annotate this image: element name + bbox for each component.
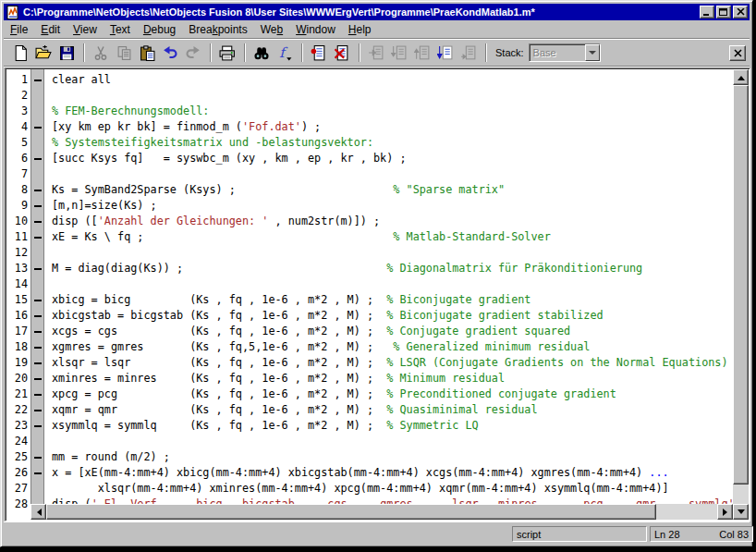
close-button[interactable]: [733, 6, 748, 18]
menu-item-view[interactable]: View: [67, 22, 104, 37]
code-line[interactable]: xcgs = cgs (Ks , fq , 1e-6 , m*2 , M) ; …: [52, 324, 733, 339]
breakpoint-cell[interactable]: [31, 386, 43, 402]
undo-button[interactable]: [159, 43, 181, 64]
cut-button[interactable]: [90, 43, 112, 64]
function-button[interactable]: f: [274, 43, 296, 64]
breakpoint-cell[interactable]: [31, 166, 43, 182]
code-line[interactable]: M = diag(diag(Ks)) ; % Diagonalmatrix fü…: [52, 261, 733, 276]
breakpoint-cell[interactable]: [31, 151, 43, 166]
scroll-right-button[interactable]: [717, 504, 733, 520]
step-button[interactable]: [365, 43, 387, 64]
breakpoint-cell[interactable]: [31, 72, 43, 88]
code-line[interactable]: [m,n]=size(Ks) ;: [52, 198, 733, 214]
breakpoint-cell[interactable]: [31, 497, 43, 504]
code-line[interactable]: xbicg = bicg (Ks , fq , 1e-6 , m*2 , M) …: [52, 292, 733, 308]
step-out-button[interactable]: [411, 43, 433, 64]
minimize-button[interactable]: [700, 6, 714, 18]
scroll-left-button[interactable]: [30, 504, 46, 520]
single-step-button[interactable]: [457, 43, 480, 64]
breakpoint-cell[interactable]: [31, 88, 43, 104]
code-line[interactable]: x = [xE(mm-4:mm+4) xbicg(mm-4:mm+4) xbic…: [52, 465, 733, 481]
code-line[interactable]: xlsqr = lsqr (Ks , fq , 1e-6 , m*2 , M) …: [52, 355, 733, 371]
code-line[interactable]: [xy km ep kr bk] = finmod_m ('Fof.dat') …: [52, 119, 733, 135]
stack-dropdown-arrow-button[interactable]: [585, 44, 600, 61]
code-line[interactable]: xsymmlq = symmlq (Ks , fq , 1e-6 , m*2 ,…: [52, 418, 733, 434]
maximize-button[interactable]: [716, 6, 731, 18]
code-line[interactable]: xlsqr(mm-4:mm+4) xminres(mm-4:mm+4) xpcg…: [52, 481, 733, 497]
breakpoint-cell[interactable]: [31, 449, 43, 465]
code-line[interactable]: mm = round (m/2) ;: [52, 449, 733, 465]
code-line[interactable]: xminres = minres (Ks , fq , 1e-6 , m*2 ,…: [52, 371, 733, 386]
menu-item-help[interactable]: Help: [342, 22, 378, 37]
code-line[interactable]: xgmres = gmres (Ks , fq,5,1e-6 , m*2 , M…: [52, 339, 733, 355]
breakpoint-cell[interactable]: [31, 104, 43, 119]
breakpoint-cell[interactable]: [31, 292, 43, 308]
breakpoint-cell[interactable]: [31, 276, 43, 292]
code-line[interactable]: [52, 166, 733, 182]
menu-item-debug[interactable]: Debug: [137, 22, 182, 37]
menu-item-window[interactable]: Window: [289, 22, 342, 37]
print-button[interactable]: [216, 43, 238, 64]
breakpoint-cell[interactable]: [31, 402, 43, 418]
code-line[interactable]: xqmr = qmr (Ks , fq , 1e-6 , m*2 , M) ; …: [52, 402, 733, 418]
title-bar[interactable]: C:\Programme\NetObjects\NetObjects Fusio…: [4, 4, 750, 20]
vertical-scroll-thumb[interactable]: [733, 85, 749, 485]
menu-item-edit[interactable]: Edit: [34, 22, 67, 37]
horizontal-scroll-thumb[interactable]: [46, 504, 656, 520]
vertical-scrollbar[interactable]: [733, 69, 749, 520]
breakpoint-cell[interactable]: [31, 135, 43, 151]
code-line[interactable]: % Systemsteifigkeitsmatrix und -belastun…: [52, 135, 733, 151]
scroll-up-button[interactable]: [733, 69, 749, 85]
breakpoint-cell[interactable]: [31, 245, 43, 261]
set-breakpoint-button[interactable]: [308, 43, 330, 64]
breakpoint-cell[interactable]: [31, 198, 43, 214]
breakpoint-cell[interactable]: [31, 465, 43, 481]
code-line[interactable]: xbicgstab = bicgstab (Ks , fq , 1e-6 , m…: [52, 308, 733, 324]
horizontal-scrollbar[interactable]: [30, 504, 733, 520]
open-file-button[interactable]: [32, 43, 55, 64]
breakpoint-cell[interactable]: [31, 418, 43, 434]
code-line[interactable]: Ks = SymBand2Sparse (Ksys) ; % "Sparse m…: [52, 182, 733, 198]
menu-item-file[interactable]: File: [4, 22, 34, 37]
code-line[interactable]: disp (' El.-Verf. bicg bicgstab cgs gmre…: [52, 497, 733, 504]
code-line[interactable]: xE = Ks \ fq ; % Matlab-Standard-Solver: [52, 229, 733, 245]
code-line[interactable]: [succ Ksys fq] = syswbc_m (xy , km , ep …: [52, 151, 733, 166]
step-in-button[interactable]: [388, 43, 410, 64]
breakpoint-cell[interactable]: [31, 371, 43, 386]
new-file-button[interactable]: [9, 43, 31, 64]
breakpoint-cell[interactable]: [31, 339, 43, 355]
code-line[interactable]: [52, 245, 733, 261]
copy-button[interactable]: [113, 43, 135, 64]
breakpoint-cell[interactable]: [31, 324, 43, 339]
paste-button[interactable]: [136, 43, 158, 64]
menu-item-text[interactable]: Text: [104, 22, 137, 37]
code-line[interactable]: clear all: [52, 72, 733, 88]
breakpoint-cell[interactable]: [31, 481, 43, 497]
code-line[interactable]: % FEM-Berechnungsmodell:: [52, 104, 733, 119]
menu-item-breakpoints[interactable]: Breakpoints: [182, 22, 253, 37]
code-line[interactable]: [52, 276, 733, 292]
code-line[interactable]: disp (['Anzahl der Gleichungen: ' , num2…: [52, 214, 733, 229]
code-line[interactable]: [52, 434, 733, 449]
code-text-area[interactable]: clear all % FEM-Berechnungsmodell:[xy km…: [46, 69, 733, 504]
redo-button[interactable]: [182, 43, 204, 64]
breakpoint-cell[interactable]: [31, 434, 43, 449]
scroll-down-button[interactable]: [733, 504, 749, 520]
breakpoint-cell[interactable]: [31, 261, 43, 276]
stack-dropdown[interactable]: Base: [529, 43, 601, 62]
save-button[interactable]: [55, 43, 78, 64]
menu-item-web[interactable]: Web: [254, 22, 289, 37]
go-until-cursor-button[interactable]: [434, 43, 457, 64]
breakpoint-cell[interactable]: [31, 308, 43, 324]
breakpoint-cell[interactable]: [31, 214, 43, 229]
breakpoint-strip[interactable]: [30, 69, 44, 504]
clear-breakpoints-button[interactable]: [331, 43, 353, 64]
breakpoint-cell[interactable]: [31, 119, 43, 135]
breakpoint-cell[interactable]: [31, 229, 43, 245]
breakpoint-cell[interactable]: [31, 182, 43, 198]
find-button[interactable]: [250, 43, 273, 64]
breakpoint-cell[interactable]: [31, 355, 43, 371]
toolbar-close-button[interactable]: [729, 45, 746, 61]
code-line[interactable]: xpcg = pcg (Ks , fq , 1e-6 , m*2 , M) ; …: [52, 386, 733, 402]
code-line[interactable]: [52, 88, 733, 104]
